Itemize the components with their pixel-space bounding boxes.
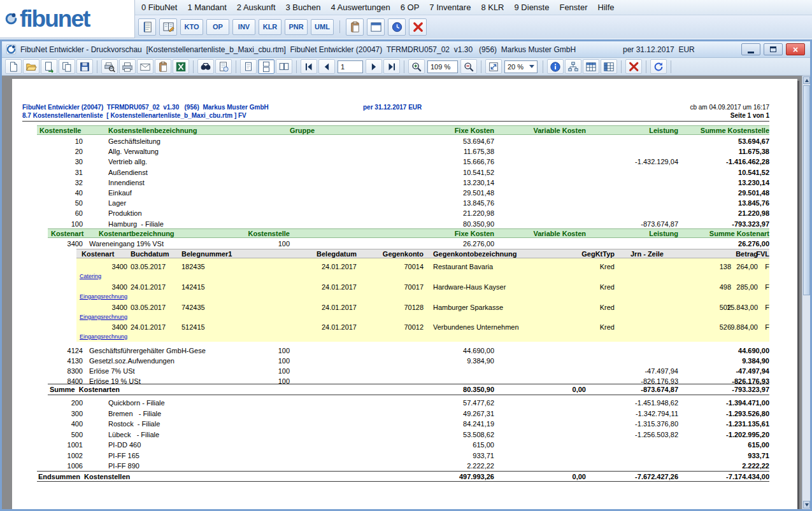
scrollbar-thumb[interactable]	[803, 85, 810, 295]
journal-button[interactable]	[138, 18, 156, 36]
refresh-button[interactable]	[650, 59, 667, 74]
search-button[interactable]	[197, 59, 214, 74]
view-facing-button[interactable]	[276, 59, 292, 74]
menu-item-hilfe[interactable]: Hilfe	[593, 1, 620, 14]
zoom-level-field[interactable]: 109 %	[427, 60, 458, 73]
menu-item-6-op[interactable]: 6 OP	[395, 1, 425, 14]
kostenart-cell: 26.276,00	[738, 240, 769, 248]
op-button[interactable]: OP	[206, 19, 229, 35]
table-columns-button[interactable]	[601, 59, 617, 74]
close-preview-button[interactable]	[625, 59, 642, 74]
minimize-button[interactable]	[741, 43, 760, 55]
page-number-field[interactable]: 1	[338, 60, 363, 73]
tree-button[interactable]	[565, 59, 581, 74]
table-icon	[585, 61, 597, 73]
info-button[interactable]	[547, 59, 564, 74]
excel-button[interactable]	[173, 59, 189, 74]
email-button[interactable]	[137, 59, 153, 74]
new-page-button[interactable]	[5, 59, 22, 74]
menu-item-7-inventare[interactable]: 7 Inventare	[424, 1, 476, 14]
inv-button[interactable]: INV	[232, 19, 255, 35]
kostenstelle-cell: Einkauf	[108, 189, 132, 197]
detail-cell: 24.01.2017	[131, 323, 166, 332]
page-setup-icon	[218, 61, 229, 73]
open-folder-button[interactable]	[23, 59, 39, 74]
scroll-up-button[interactable]	[803, 76, 810, 84]
column-header: GegKtTyp	[581, 250, 615, 258]
kostenstelle-cell: 21.220,98	[463, 209, 494, 218]
save-icon	[79, 61, 90, 73]
detail-cell: 03.05.2017	[131, 263, 166, 271]
menu-item-fenster[interactable]: Fenster	[554, 1, 592, 14]
menu-item-1-mandant[interactable]: 1 Mandant	[182, 1, 231, 14]
menu-item-3-buchen[interactable]: 3 Buchen	[281, 1, 326, 14]
menu-item-4-auswertungen[interactable]: 4 Auswertungen	[325, 1, 395, 14]
view-continuous-button[interactable]	[258, 59, 274, 74]
vertical-scrollbar[interactable]	[802, 76, 810, 509]
kto-button[interactable]: KTO	[180, 19, 203, 35]
detail-drilldown-link[interactable]: Catering	[80, 272, 101, 281]
email-icon	[139, 61, 151, 73]
menu-item-9-dienste[interactable]: 9 Dienste	[509, 1, 555, 14]
zoom-out-button[interactable]	[460, 59, 477, 74]
column-header: Kostenstellenbezeichnung	[108, 127, 197, 135]
kostenstelle-cell: 933,71	[748, 452, 769, 460]
paste-button[interactable]	[155, 59, 171, 74]
nav-next-button[interactable]	[366, 59, 382, 74]
zoom-in-button[interactable]	[408, 59, 425, 74]
toolbar-separator	[621, 60, 622, 73]
column-header: Belegnummer1	[182, 250, 232, 258]
kostenstelle-cell: -873.674,87	[641, 220, 678, 228]
scroll-down-button[interactable]	[803, 501, 810, 508]
klr-button[interactable]: KLR	[259, 19, 281, 35]
scale-button[interactable]	[485, 59, 502, 74]
kostenart-cell: 9.384,90	[742, 357, 769, 365]
table-button[interactable]	[583, 59, 599, 74]
kostenstelle-cell: 21.220,98	[738, 209, 769, 218]
maximize-button[interactable]	[764, 43, 783, 55]
kostenstelle-cell: PI-DD 460	[108, 441, 141, 449]
print-area-button[interactable]	[101, 59, 118, 74]
save-button[interactable]	[76, 59, 93, 74]
nav-first-button[interactable]	[301, 59, 317, 74]
menu-item-0-fibunet[interactable]: 0 FibuNet	[136, 1, 182, 14]
schedule-button[interactable]	[388, 18, 406, 36]
detail-drilldown-link[interactable]: Eingangsrechnung	[80, 293, 127, 301]
print-icon	[122, 61, 133, 73]
detail-cell: 03.05.2017	[131, 304, 166, 312]
detail-drilldown-link[interactable]: Eingangsrechnung	[80, 333, 127, 341]
copy-button[interactable]	[59, 59, 75, 74]
kostenart-cell: 44.690,00	[738, 347, 769, 355]
detail-cell: 24.01.2017	[131, 283, 166, 291]
uml-button[interactable]: UML	[311, 19, 334, 35]
kostenstelle-cell: -1.394.471,00	[726, 399, 769, 407]
pnr-button[interactable]: PNR	[285, 19, 308, 35]
accounts-button[interactable]	[159, 18, 177, 36]
kostenstelle-cell: 13.230,14	[738, 179, 769, 187]
export-button[interactable]	[41, 59, 57, 74]
menu-item-2-auskunft[interactable]: 2 Auskunft	[232, 1, 281, 14]
nav-last-icon	[386, 61, 397, 73]
nav-prev-button[interactable]	[318, 59, 335, 74]
kostenstelle-cell: -1.202.995,20	[726, 431, 769, 439]
close-button[interactable]	[786, 43, 805, 55]
scale-level-field[interactable]: 20 %	[504, 60, 538, 73]
close-red-button[interactable]	[409, 18, 427, 36]
paste-button[interactable]	[346, 18, 364, 36]
menu-item-8-klr[interactable]: 8 KLR	[476, 1, 509, 14]
column-header: Kostenartbezeichnung	[99, 230, 175, 238]
nav-last-button[interactable]	[383, 59, 400, 74]
detail-drilldown-link[interactable]: Eingangsrechnung	[80, 313, 127, 321]
kostenart-cell: -47.497,94	[645, 367, 678, 375]
detail-cell: 24.01.2017	[322, 283, 357, 291]
toolbar-separator	[646, 60, 646, 73]
info-icon	[550, 61, 561, 73]
column-header: Summe Kostenart	[709, 230, 769, 238]
window-button[interactable]	[367, 18, 385, 36]
summe-kostenarten-value: -873.674,87	[641, 386, 678, 394]
window-controls	[741, 43, 805, 55]
print-button[interactable]	[119, 59, 136, 74]
view-single-button[interactable]	[240, 59, 257, 74]
report-header-period: per 31.12.2017 EUR	[363, 103, 422, 111]
page-setup-button[interactable]	[215, 59, 232, 74]
